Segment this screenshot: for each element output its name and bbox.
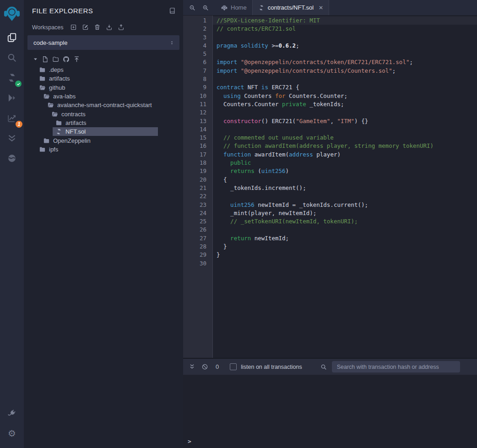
code-line[interactable]	[217, 108, 477, 117]
tree-item-ava-labs[interactable]: ava-labs	[24, 92, 183, 101]
rail-search[interactable]	[4, 49, 20, 66]
line-number: 26	[183, 226, 206, 234]
terminal-bar: 0 listen on all transactions	[183, 358, 477, 375]
solidity-file-icon	[258, 5, 265, 11]
folder-open-icon	[39, 84, 46, 91]
tree-item-ipfs[interactable]: ipfs	[24, 145, 183, 154]
terminal-prompt: >	[188, 438, 191, 445]
code-line[interactable]: Counters.Counter private _tokenIds;	[217, 100, 477, 108]
code-line[interactable]	[217, 192, 477, 200]
chart-icon	[7, 113, 17, 123]
clone-github-icon[interactable]	[63, 56, 70, 63]
workspaces-row: Workspaces	[24, 18, 183, 34]
code-line[interactable]	[217, 33, 477, 42]
rail-solidity-compiler[interactable]	[4, 70, 20, 86]
rail-file-explorer[interactable]	[4, 29, 20, 46]
remix-home-icon	[221, 5, 228, 11]
tree-item-label: artifacts	[65, 119, 87, 126]
tree-item-inner: ava-labs	[40, 92, 78, 101]
tab-home[interactable]: Home	[216, 0, 252, 15]
code-line[interactable]: //SPDX-License-Identifier: MIT	[213, 16, 477, 25]
tree-item-artifacts[interactable]: artifacts	[24, 74, 183, 83]
terminal-collapse-icon[interactable]	[189, 363, 195, 370]
workspace-select[interactable]: code-sample	[27, 35, 179, 50]
zoom-in-icon[interactable]	[202, 5, 209, 11]
code-line[interactable]: import "@openzeppelin/contracts/utils/Co…	[217, 67, 477, 75]
code-line[interactable]: // contracts/ERC721.sol	[217, 25, 477, 33]
code-line[interactable]: uint256 newItemId = _tokenIds.current();	[217, 201, 477, 209]
upload-file-icon[interactable]	[73, 56, 80, 63]
code-line[interactable]	[217, 75, 477, 83]
code-line[interactable]: returns (uint256)	[217, 167, 477, 175]
download-workspaces-icon[interactable]	[106, 24, 113, 31]
new-folder-icon[interactable]	[52, 56, 59, 63]
line-number: 21	[183, 184, 206, 192]
code-line[interactable]: import "@openzeppelin/contracts/token/ER…	[217, 58, 477, 66]
terminal-output[interactable]: >	[183, 375, 477, 448]
editor-code[interactable]: //SPDX-License-Identifier: MIT// contrac…	[213, 16, 477, 358]
restore-workspaces-icon[interactable]	[118, 24, 125, 31]
zoom-out-icon[interactable]	[189, 5, 195, 11]
rail-sourcify[interactable]	[4, 150, 20, 167]
tree-item--deps[interactable]: .deps	[24, 65, 183, 74]
code-line[interactable]: public	[217, 159, 477, 167]
code-line[interactable]: _mint(player, newItemId);	[217, 209, 477, 217]
tab-nft-sol[interactable]: contracts/NFT.sol ✕	[252, 0, 329, 15]
rail-analytics[interactable]: 1	[4, 110, 20, 126]
code-line[interactable]	[217, 226, 477, 234]
rail-solidity-unit-testing[interactable]	[4, 130, 20, 146]
create-workspace-icon[interactable]	[70, 24, 77, 31]
tab-close-icon[interactable]: ✕	[319, 5, 323, 11]
folder-icon	[43, 137, 50, 144]
code-line[interactable]: // function awardItem(address player, st…	[217, 142, 477, 150]
remix-logo[interactable]	[2, 3, 22, 23]
tree-item-inner: NFT.sol	[53, 127, 158, 136]
code-line[interactable]: // commented out unused variable	[217, 134, 477, 142]
folder-icon	[39, 66, 46, 73]
code-line[interactable]	[217, 259, 477, 268]
line-number: 7	[183, 67, 206, 75]
rename-workspace-icon[interactable]	[82, 24, 89, 31]
new-file-icon[interactable]	[42, 56, 49, 63]
icon-rail: 1 ⚙	[0, 0, 24, 448]
delete-workspace-icon[interactable]	[94, 24, 101, 31]
tree-item-inner: artifacts	[53, 119, 89, 127]
rail-plugin-manager[interactable]	[4, 405, 20, 421]
rail-items: 1	[4, 27, 20, 168]
tree-item-contracts[interactable]: contracts	[24, 109, 183, 118]
clear-console-icon[interactable]	[201, 363, 208, 370]
tree-item-artifacts[interactable]: artifacts	[24, 119, 183, 127]
code-line[interactable]: }	[217, 251, 477, 259]
tree-item-inner: ipfs	[36, 145, 61, 154]
tab-home-label: Home	[231, 4, 247, 11]
code-line[interactable]: // _setTokenURI(newItemId, tokenURI);	[217, 217, 477, 226]
code-line[interactable]: constructor() ERC721("GameItem", "ITM") …	[217, 117, 477, 125]
code-line[interactable]: }	[217, 243, 477, 251]
rail-deploy-and-run[interactable]	[4, 90, 20, 106]
code-line[interactable]: pragma solidity >=0.6.2;	[217, 42, 477, 50]
tree-item-nft-sol[interactable]: NFT.sol	[24, 127, 183, 136]
listen-transactions-label[interactable]: listen on all transactions	[241, 364, 302, 370]
code-line[interactable]	[217, 125, 477, 134]
book-icon[interactable]	[169, 7, 176, 14]
line-number: 22	[183, 192, 206, 200]
tree-item-github[interactable]: github	[24, 83, 183, 92]
tree-item-inner: OpenZeppelin	[40, 136, 93, 145]
code-line[interactable]: {	[217, 176, 477, 184]
transaction-search-input[interactable]	[332, 361, 460, 372]
line-number: 8	[183, 75, 206, 83]
code-line[interactable]: using Counters for Counters.Counter;	[217, 92, 477, 100]
tree-item-openzeppelin[interactable]: OpenZeppelin	[24, 136, 183, 145]
code-line[interactable]: function awardItem(address player)	[217, 151, 477, 159]
code-line[interactable]: return newItemId;	[217, 234, 477, 243]
code-line[interactable]: _tokenIds.increment();	[217, 184, 477, 192]
folder-open-icon	[47, 102, 54, 108]
collapse-tree-icon[interactable]	[33, 57, 38, 62]
code-line[interactable]: contract NFT is ERC721 {	[217, 83, 477, 92]
listen-transactions-checkbox[interactable]	[230, 363, 237, 370]
tree-item-avalanche-smart-contract-quickstart[interactable]: avalanche-smart-contract-quickstart	[24, 101, 183, 109]
line-number: 9	[183, 83, 206, 92]
line-number: 24	[183, 209, 206, 217]
rail-settings[interactable]: ⚙	[4, 425, 20, 442]
code-line[interactable]	[217, 50, 477, 58]
